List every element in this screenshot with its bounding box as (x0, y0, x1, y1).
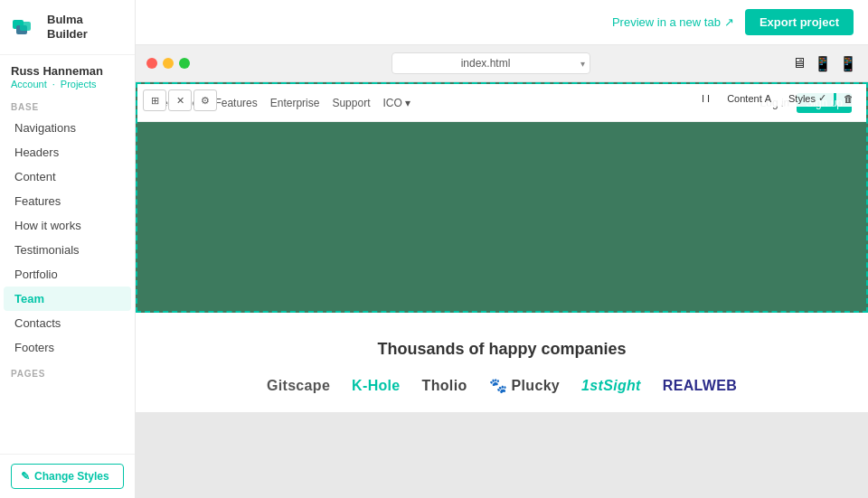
logo-realweb: REALWEB (663, 378, 737, 394)
bulma-logo (11, 13, 40, 42)
brand-name: Bulma Builder (47, 13, 124, 41)
base-nav: Navigations Headers Content Features How… (0, 116, 135, 360)
svg-rect-2 (20, 22, 31, 31)
user-info: Russ Hanneman Account · Projects (0, 55, 135, 93)
maximize-traffic-light[interactable] (179, 58, 190, 69)
minimize-traffic-light[interactable] (163, 58, 174, 69)
traffic-lights (146, 58, 190, 69)
topbar: Preview in a new tab ↗ Export project (136, 0, 868, 45)
preview-link[interactable]: Preview in a new tab ↗ (612, 15, 734, 29)
sidebar-item-features[interactable]: Features (4, 189, 131, 213)
delete-button[interactable]: 🗑 (836, 89, 861, 107)
content-button[interactable]: Content A (720, 89, 778, 107)
companies-logos: Gitscape K-Hole Tholio 🐾 Plucky 1stSight… (154, 377, 850, 394)
content-icon: A (765, 93, 771, 104)
user-name: Russ Hanneman (11, 64, 124, 78)
sidebar-item-how-it-works[interactable]: How it works (4, 213, 131, 238)
nav-toolbar: ⊞ ✕ ⚙ (143, 89, 217, 111)
columns-button[interactable]: I I (694, 89, 717, 107)
projects-link[interactable]: Projects (61, 79, 97, 89)
logo-tholio: Tholio (422, 378, 467, 394)
address-bar-wrapper: index.html ▾ (392, 52, 590, 74)
external-link-icon: ↗ (724, 15, 734, 29)
companies-section: Thousands of happy companies Gitscape K-… (136, 313, 868, 412)
trash-icon: 🗑 (844, 93, 854, 104)
device-icons: 🖥 📱 📱 (792, 55, 857, 72)
sidebar-header: Bulma Builder (0, 0, 135, 55)
logo-plucky: 🐾 Plucky (489, 377, 561, 394)
logo-khole: K-Hole (352, 378, 400, 394)
columns-icon: I I (702, 93, 710, 104)
address-input[interactable]: index.html (392, 52, 590, 74)
sidebar: Bulma Builder Russ Hanneman Account · Pr… (0, 0, 136, 498)
nav-link-features[interactable]: Features (214, 97, 257, 109)
check-icon: ✓ (818, 92, 826, 104)
close-button[interactable]: ✕ (168, 89, 192, 111)
user-links: Account · Projects (11, 79, 124, 89)
sidebar-item-contacts[interactable]: Contacts (4, 311, 131, 335)
change-styles-button[interactable]: ✎ Change Styles (11, 464, 124, 489)
paintbrush-icon: ✎ (21, 470, 30, 483)
sidebar-item-headers[interactable]: Headers (4, 140, 131, 164)
logo-gitscape: Gitscape (267, 378, 330, 394)
preview-label: Preview in a new tab (612, 15, 721, 29)
content-label: Content (727, 93, 762, 104)
address-bar: index.html ▾ (201, 52, 781, 74)
logo-1stsight: 1stSight (581, 378, 641, 394)
canvas-area: Pied Piper Features Enterprise Support I… (136, 82, 868, 498)
styles-label: Styles (788, 93, 816, 104)
topbar-right: Preview in a new tab ↗ Export project (612, 9, 854, 35)
mobile-icon[interactable]: 📱 (839, 55, 857, 72)
nav-link-ico[interactable]: ICO ▾ (382, 97, 410, 109)
canvas-inner: Pied Piper Features Enterprise Support I… (136, 82, 868, 412)
sidebar-item-navigations[interactable]: Navigations (4, 116, 131, 140)
change-styles-label: Change Styles (34, 470, 109, 483)
nav-link-support[interactable]: Support (332, 97, 370, 109)
nav-actions: I I Content A Styles ✓ 🗑 (694, 89, 861, 107)
tablet-icon[interactable]: 📱 (814, 55, 832, 72)
export-button[interactable]: Export project (745, 9, 854, 35)
account-link[interactable]: Account (11, 79, 47, 89)
sidebar-item-team[interactable]: Team (4, 287, 131, 311)
pages-section-label: PAGES (0, 360, 135, 382)
move-button[interactable]: ⊞ (143, 89, 166, 111)
chevron-down-icon: ▾ (580, 59, 585, 69)
sidebar-footer: ✎ Change Styles (0, 454, 135, 498)
base-section-label: BASE (0, 93, 135, 116)
browser-chrome: index.html ▾ 🖥 📱 📱 (136, 45, 868, 82)
settings-button[interactable]: ⚙ (193, 89, 217, 111)
sidebar-item-footers[interactable]: Footers (4, 335, 131, 360)
nav-section[interactable]: Pied Piper Features Enterprise Support I… (136, 82, 868, 313)
sidebar-item-portfolio[interactable]: Portfolio (4, 262, 131, 287)
desktop-icon[interactable]: 🖥 (792, 55, 807, 72)
nav-link-enterprise[interactable]: Enterprise (270, 97, 320, 109)
close-traffic-light[interactable] (146, 58, 157, 69)
sidebar-item-testimonials[interactable]: Testimonials (4, 238, 131, 262)
companies-title: Thousands of happy companies (154, 340, 850, 359)
sidebar-item-content[interactable]: Content (4, 164, 131, 189)
styles-button[interactable]: Styles ✓ (781, 89, 834, 107)
main-area: Preview in a new tab ↗ Export project in… (136, 0, 868, 498)
